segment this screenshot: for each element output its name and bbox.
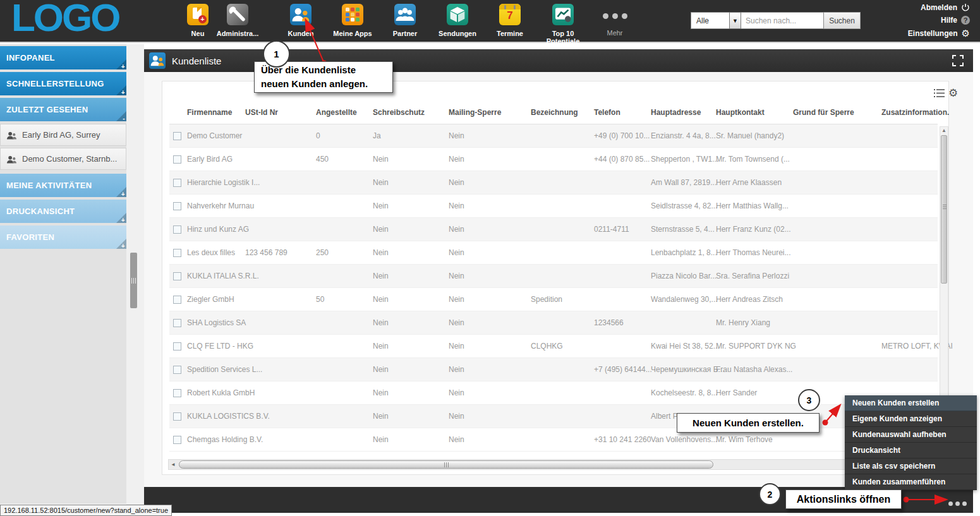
table-cell: Nein xyxy=(369,217,445,241)
table-cell xyxy=(312,334,369,357)
nav-item-partner[interactable]: Partner xyxy=(378,4,432,37)
nav-item-meine-apps[interactable]: Meine Apps xyxy=(325,4,380,37)
column-header[interactable]: Firmenname xyxy=(183,101,241,124)
nav-item-top10-potentiale[interactable]: Top 10 Potentiale xyxy=(535,4,591,45)
sidebar-item-favoriten[interactable]: FAVORITEN + xyxy=(0,225,126,249)
row-checkbox[interactable] xyxy=(173,366,181,374)
column-header[interactable]: Mailing-Sperre xyxy=(445,101,527,124)
sidebar-item-zuletzt-gesehen[interactable]: ZULETZT GESEHEN - xyxy=(0,98,126,121)
table-cell xyxy=(312,217,369,241)
table-row[interactable]: Ziegler GmbH50NeinNeinSpeditionWandalenw… xyxy=(169,287,938,311)
nav-item-kunden[interactable]: Kunden xyxy=(274,4,328,37)
logout-link[interactable]: Abmelden xyxy=(844,3,970,12)
help-link[interactable]: Hilfe ? xyxy=(844,16,970,25)
table-row[interactable]: Early Bird AG450NeinNein+44 (0) 870 85..… xyxy=(169,147,938,171)
table-cell: Nein xyxy=(369,311,445,334)
menu-item-kunden-zusammenfuehren[interactable]: Kunden zusammenführen xyxy=(845,474,977,490)
column-header[interactable]: Hauptadresse xyxy=(647,101,712,124)
search-input[interactable] xyxy=(741,12,824,29)
column-header[interactable]: Angestellte xyxy=(312,101,369,124)
table-cell xyxy=(241,311,312,334)
table-cell: Nein xyxy=(445,357,527,381)
select-all-header xyxy=(169,101,183,124)
table-cell: Nahverkehr Murnau xyxy=(183,194,241,217)
scroll-up-icon[interactable]: ▲ xyxy=(940,128,948,133)
table-row[interactable]: Hierarchie Logistik I...NeinNeinAm Wall … xyxy=(169,171,938,194)
table-cell xyxy=(789,357,878,381)
column-header[interactable]: Schreibschutz xyxy=(369,101,445,124)
table-row[interactable]: SHA Logistics SANeinNein1234566Mr. Henry… xyxy=(169,311,938,334)
menu-item-liste-als-csv[interactable]: Liste als csv speichern xyxy=(845,459,977,474)
table-cell: Nein xyxy=(445,241,527,264)
row-checkbox[interactable] xyxy=(173,132,181,140)
horizontal-scrollbar-thumb[interactable] xyxy=(179,460,713,469)
row-checkbox[interactable] xyxy=(173,249,181,257)
nav-item-sendungen[interactable]: Sendungen xyxy=(430,4,485,37)
row-checkbox[interactable] xyxy=(173,342,181,351)
settings-link[interactable]: Einstellungen ⚙ xyxy=(844,28,970,39)
menu-item-eigene-kunden-anzeigen[interactable]: Eigene Kunden anzeigen xyxy=(845,411,977,427)
row-checkbox[interactable] xyxy=(173,272,181,280)
scroll-left-icon[interactable]: ◄ xyxy=(169,462,178,467)
table-row[interactable]: Demo Customer0JaNein+49 (0) 700 10...Enz… xyxy=(169,124,938,147)
table-settings-icon[interactable]: ⚙ xyxy=(948,88,958,99)
column-header[interactable]: USt-Id Nr xyxy=(241,101,312,124)
top-toolbar: LOGO + Neu Administra... Kunden Meine Ap… xyxy=(0,0,980,43)
partners-icon xyxy=(394,4,416,25)
row-checkbox[interactable] xyxy=(173,296,181,304)
row-checkbox[interactable] xyxy=(173,412,181,421)
table-row[interactable]: Hinz und Kunz AGNeinNein0211-4711Sternst… xyxy=(169,217,938,241)
table-row[interactable]: Nahverkehr MurnauNeinNeinSeidlstrasse 4,… xyxy=(169,194,938,217)
row-checkbox[interactable] xyxy=(173,202,181,210)
table-cell xyxy=(789,311,878,334)
horizontal-scrollbar[interactable]: ◄ xyxy=(168,459,939,470)
column-header[interactable]: Hauptkontakt xyxy=(712,101,789,124)
menu-item-kundenauswahl-aufheben[interactable]: Kundenauswahl aufheben xyxy=(845,427,977,443)
row-checkbox[interactable] xyxy=(173,436,181,444)
table-row[interactable]: Les deux filles123 456 789250NeinNeinLen… xyxy=(169,241,938,264)
table-cell: Nein xyxy=(445,147,527,171)
column-header[interactable]: Grund für Sperre xyxy=(789,101,878,124)
nav-item-administration[interactable]: Administra... xyxy=(210,4,265,37)
sidebar-item-schnellerstellung[interactable]: SCHNELLERSTELLUNG + xyxy=(0,72,126,95)
annotation-step-2-circle: 2 xyxy=(759,483,781,505)
actions-context-menu: Neuen Kunden erstellen Eigene Kunden anz… xyxy=(845,395,977,490)
recent-item-demo-customer[interactable]: Demo Customer, Starnb... xyxy=(0,148,126,170)
search-scope-select[interactable]: Alle xyxy=(691,12,730,29)
table-cell: Sr. Manuel (handy2) xyxy=(712,124,789,147)
column-header[interactable]: Zusatzinformation. xyxy=(878,101,938,124)
table-row[interactable]: Robert Kukla GmbHNeinNeinKochelseestr. 8… xyxy=(169,381,938,404)
fullscreen-icon[interactable] xyxy=(952,54,964,67)
row-checkbox[interactable] xyxy=(173,319,181,327)
table-cell xyxy=(789,171,878,194)
table-cell xyxy=(878,147,938,171)
sidebar-item-druckansicht[interactable]: DRUCKANSICHT + xyxy=(0,200,126,223)
table-row[interactable]: Spedition Services L...NeinNein+7 (495) … xyxy=(169,357,938,381)
chevron-down-icon[interactable]: ▼ xyxy=(729,12,741,29)
nav-item-termine[interactable]: 7 Termine xyxy=(483,4,537,37)
table-row[interactable]: Chemgas Holding B.V.NeinNein+31 10 241 2… xyxy=(169,428,938,451)
column-header[interactable]: Bezeichnung xyxy=(527,101,590,124)
vertical-scrollbar-thumb[interactable] xyxy=(941,135,947,284)
table-cell: Ziegler GmbH xyxy=(183,287,241,311)
row-checkbox[interactable] xyxy=(173,225,181,234)
table-cell: Herr Andreas Zitsch xyxy=(712,287,789,311)
row-checkbox[interactable] xyxy=(173,155,181,164)
table-row[interactable]: KUKLA ITALIA S.R.L.NeinNeinPiazza Nicolo… xyxy=(169,264,938,287)
sidebar-splitter-handle[interactable] xyxy=(130,253,137,308)
table-row[interactable]: CLQ FE LTD - HKGNeinNeinCLQHKGKwai Hei S… xyxy=(169,334,938,357)
row-checkbox[interactable] xyxy=(173,179,181,187)
menu-item-neuen-kunden-erstellen[interactable]: Neuen Kunden erstellen xyxy=(845,395,977,411)
column-header[interactable]: Telefon xyxy=(590,101,647,124)
table-cell xyxy=(527,357,590,381)
list-view-icon[interactable] xyxy=(934,88,945,98)
sidebar-item-infopanel[interactable]: INFOPANEL + xyxy=(0,46,126,69)
nav-item-mehr[interactable]: Mehr xyxy=(588,4,642,37)
action-links-button[interactable] xyxy=(946,497,967,508)
recent-item-early-bird[interactable]: Early Bird AG, Surrey xyxy=(0,124,126,146)
sidebar-item-meine-aktivitaeten[interactable]: MEINE AKTIVITÄTEN + xyxy=(0,174,126,197)
row-checkbox[interactable] xyxy=(173,389,181,397)
table-row[interactable]: KUKLA LOGISTICS B.V.NeinNeinAlbert Pl xyxy=(169,404,938,428)
table-cell xyxy=(878,241,938,264)
menu-item-druckansicht[interactable]: Druckansicht xyxy=(845,443,977,459)
